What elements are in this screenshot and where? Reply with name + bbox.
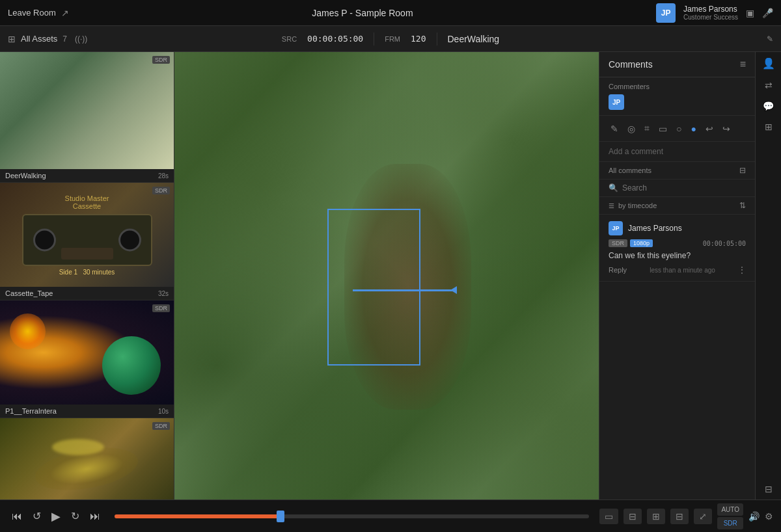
asset-info-row: DeerWalking 28s — [0, 169, 174, 182]
timeline-progress — [115, 514, 281, 518]
search-icon: 🔍 — [609, 183, 618, 193]
macro-thumbnail: SDR — [0, 418, 174, 499]
frame-number: 120 — [411, 34, 426, 44]
volume-icon[interactable]: 🔊 — [748, 511, 760, 522]
annotation-tools: ✎ ◎ ⌗ ▭ ○ ● ↩ ↪ — [599, 116, 755, 142]
ellipse-tool-icon[interactable]: ○ — [674, 122, 683, 136]
fullscreen-button[interactable]: ⤢ — [694, 509, 712, 524]
list-item[interactable]: SDR P1__TerraIntera 10s — [0, 300, 174, 418]
sdr-button[interactable]: SDR — [717, 517, 743, 529]
auto-button[interactable]: AUTO — [717, 503, 743, 516]
play-button[interactable]: ▶ — [48, 507, 64, 526]
annotation-arrow — [353, 289, 457, 291]
crop-tool-icon[interactable]: ⌗ — [642, 121, 651, 136]
timecode-display: 00:00:05:00 — [307, 34, 363, 44]
leave-arrow-icon: ↗ — [61, 8, 69, 18]
comments-title: Comments — [609, 59, 653, 70]
add-comment-placeholder[interactable]: Add a comment — [609, 147, 663, 156]
asset-info-row: P1__TerraIntera 10s — [0, 405, 174, 418]
comment-timestamp: less than a minute ago — [650, 267, 715, 274]
comment-footer: Reply less than a minute ago ⋮ — [609, 265, 746, 274]
side-toolbar: 👤 ⇄ 💬 ⊞ ⊟ — [755, 52, 781, 499]
frm-label: FRM — [385, 35, 400, 43]
main-area: SDR DeerWalking 28s SDR Studio MasterCas… — [0, 52, 781, 499]
microphone-icon[interactable]: 🎤 — [762, 8, 773, 18]
dual-view-button[interactable]: ⊞ — [647, 509, 665, 524]
leave-room-section: Leave Room ↗ — [8, 8, 69, 18]
sort-direction-icon[interactable]: ⇅ — [739, 201, 746, 210]
comment-badges: SDR 1080p 00:00:05:00 — [609, 239, 746, 247]
edit-icon[interactable]: ✎ — [767, 34, 773, 44]
comment-more-icon[interactable]: ⋮ — [738, 265, 746, 274]
comments-menu-icon[interactable]: ≡ — [740, 59, 746, 70]
quad-view-button[interactable]: ⊟ — [670, 509, 689, 524]
comments-panel: Comments ≡ Commenters JP ✎ ◎ ⌗ ▭ ○ ● ↩ ↪… — [599, 52, 755, 499]
deer-thumbnail: SDR — [0, 52, 174, 169]
list-item[interactable]: SDR DewdropRodeo_1 45s — [0, 418, 174, 499]
wireless-icon: ((·)) — [75, 34, 87, 44]
user-avatar[interactable]: JP — [656, 3, 676, 23]
grid-icon[interactable]: ⊞ — [765, 122, 773, 132]
pen-tool-icon[interactable]: ✎ — [609, 122, 620, 136]
top-bar: Leave Room ↗ James P - Sample Room JP Ja… — [0, 0, 781, 26]
user-info: James Parsons Customer Success — [683, 5, 738, 21]
list-item[interactable]: SDR DeerWalking 28s — [0, 52, 174, 183]
sliders-icon[interactable]: ⊟ — [765, 484, 773, 494]
timeline-thumb[interactable] — [277, 511, 284, 522]
topbar-right-section: JP James Parsons Customer Success ▣ 🎤 — [656, 3, 773, 23]
sdr-badge: SDR — [609, 239, 627, 247]
sdr-badge: SDR — [152, 304, 170, 312]
sort-icon: ☰ — [609, 202, 614, 209]
commenter-initials: JP — [612, 99, 620, 106]
go-to-end-button[interactable]: ⏭ — [86, 508, 104, 525]
asset-panel: SDR DeerWalking 28s SDR Studio MasterCas… — [0, 52, 174, 499]
comments-filter-bar: All comments ⊟ — [599, 162, 755, 180]
comment-avatar-initials: JP — [612, 225, 619, 232]
search-input[interactable] — [622, 183, 746, 193]
asset-duration: 32s — [158, 290, 169, 297]
asset-panel-toggle[interactable]: ⊞ — [8, 34, 16, 44]
sort-label[interactable]: by timecode — [618, 202, 657, 209]
video-frame — [174, 52, 599, 499]
commenters-label: Commenters — [609, 83, 746, 90]
res-badge: 1080p — [630, 239, 653, 247]
color-tool-icon[interactable]: ● — [689, 122, 698, 136]
toolbar-divider — [374, 33, 374, 46]
rewind-button[interactable]: ↺ — [29, 507, 45, 525]
toolbar-left: ⊞ All Assets 7 ((·)) — [8, 34, 194, 44]
comment-username: James Parsons — [628, 224, 682, 233]
search-bar: 🔍 — [599, 180, 755, 197]
user-role: Customer Success — [683, 14, 738, 21]
people-icon[interactable]: 👤 — [762, 57, 775, 70]
asset-info-row: Cassette_Tape 32s — [0, 287, 174, 300]
asset-name: DeerWalking — [5, 172, 46, 180]
video-icon[interactable]: ▣ — [746, 8, 754, 18]
reply-button[interactable]: Reply — [609, 266, 627, 274]
comment-card: JP James Parsons SDR 1080p 00:00:05:00 C… — [599, 215, 755, 282]
comment-card-header: JP James Parsons — [609, 221, 746, 235]
sdr-badge: SDR — [152, 187, 170, 194]
list-item[interactable]: SDR Studio MasterCassette Side 1 30 minu… — [0, 183, 174, 300]
split-view-button[interactable]: ⊟ — [623, 509, 642, 524]
toolbar-center: SRC 00:00:05:00 FRM 120 DeerWalking — [204, 33, 577, 46]
single-view-button[interactable]: ▭ — [599, 509, 618, 524]
target-tool-icon[interactable]: ◎ — [625, 122, 637, 136]
chat-icon[interactable]: 💬 — [763, 101, 774, 111]
add-comment-area[interactable]: Add a comment — [599, 142, 755, 162]
timeline[interactable] — [115, 514, 589, 518]
fast-forward-button[interactable]: ↻ — [67, 507, 83, 525]
rect-tool-icon[interactable]: ▭ — [657, 122, 669, 136]
comment-timecode: 00:00:05:00 — [703, 240, 746, 247]
asset-name: Cassette_Tape — [5, 289, 53, 297]
share-icon[interactable]: ⇄ — [765, 80, 773, 90]
earth-thumbnail: SDR — [0, 300, 174, 405]
settings-icon[interactable]: ⚙ — [765, 511, 773, 522]
filter-options-icon[interactable]: ⊟ — [739, 166, 746, 175]
all-assets-label: All Assets — [21, 34, 57, 44]
leave-room-button[interactable]: Leave Room — [8, 8, 56, 18]
go-to-start-button[interactable]: ⏮ — [8, 508, 26, 525]
redo-icon[interactable]: ↪ — [720, 122, 732, 136]
undo-icon[interactable]: ↩ — [704, 122, 715, 136]
filter-label[interactable]: All comments — [609, 166, 651, 174]
commenters-section: Commenters JP — [599, 77, 755, 116]
